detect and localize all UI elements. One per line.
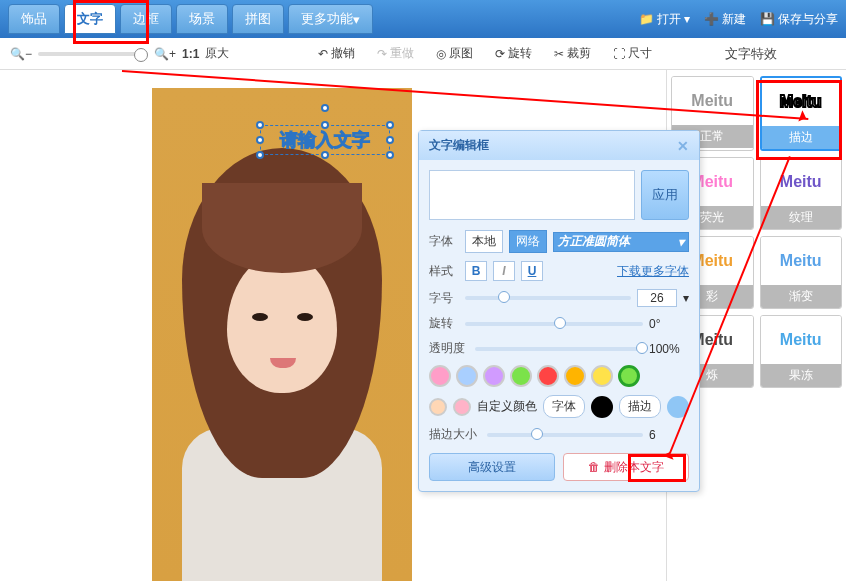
- save-share-button[interactable]: 💾保存与分享: [760, 11, 838, 28]
- effect-card-纹理[interactable]: Meitu纹理: [760, 157, 843, 230]
- photo: [152, 88, 412, 581]
- tab-more[interactable]: 更多功能 ▾: [288, 4, 373, 34]
- font-color-dot[interactable]: [591, 396, 613, 418]
- stroke-slider[interactable]: [487, 433, 643, 437]
- open-button[interactable]: 📁打开 ▾: [639, 11, 690, 28]
- advanced-button[interactable]: 高级设置: [429, 453, 555, 481]
- font-select[interactable]: 方正准圆简体▾: [553, 232, 689, 252]
- delete-text-button[interactable]: 🗑 删除本文字: [563, 453, 689, 481]
- swatch-5[interactable]: [564, 365, 586, 387]
- tab-border[interactable]: 边框: [120, 4, 172, 34]
- text-edit-popup: 文字编辑框 ✕ 应用 字体 本地 网络 方正准圆简体▾ 样式 B I U 下载更…: [418, 130, 700, 492]
- effect-label: 果冻: [761, 364, 842, 387]
- custom-color-label: 自定义颜色: [477, 398, 537, 415]
- handle-mr[interactable]: [386, 136, 394, 144]
- effect-preview: Meitu: [761, 316, 842, 364]
- handle-br[interactable]: [386, 151, 394, 159]
- tab-ornament[interactable]: 饰品: [8, 4, 60, 34]
- handle-ml[interactable]: [256, 136, 264, 144]
- tab-text[interactable]: 文字: [64, 4, 116, 34]
- zoom-out-icon[interactable]: 🔍−: [10, 47, 32, 61]
- popup-title: 文字编辑框: [429, 137, 489, 154]
- save-icon: 💾: [760, 12, 775, 26]
- bold-button[interactable]: B: [465, 261, 487, 281]
- opacity-val: 100%: [649, 342, 689, 356]
- effect-card-果冻[interactable]: Meitu果冻: [760, 315, 843, 388]
- swatch-2[interactable]: [483, 365, 505, 387]
- rotate-label: 旋转: [429, 315, 459, 332]
- chip-stroke-color[interactable]: 描边: [619, 395, 661, 418]
- swatch-6[interactable]: [591, 365, 613, 387]
- chevron-down-icon: ▾: [678, 235, 684, 249]
- tool-row: 🔍− 🔍+ 1:1 原大 ↶ 撤销 ↷ 重做 ◎ 原图 ⟳ 旋转 ✂ 裁剪 ⛶ …: [0, 38, 846, 70]
- size-label: 字号: [429, 290, 459, 307]
- size-button[interactable]: ⛶ 尺寸: [605, 45, 660, 62]
- swatch-0[interactable]: [429, 365, 451, 387]
- effect-label: 纹理: [761, 206, 842, 229]
- handle-tr[interactable]: [386, 121, 394, 129]
- font-source-local[interactable]: 本地: [465, 230, 503, 253]
- rotate-button[interactable]: ⟳ 旋转: [487, 45, 540, 62]
- swatch-1[interactable]: [456, 365, 478, 387]
- effect-card-渐变[interactable]: Meitu渐变: [760, 236, 843, 309]
- plus-icon: ➕: [704, 12, 719, 26]
- side-panel-title: 文字特效: [666, 45, 836, 63]
- size-slider[interactable]: [465, 296, 631, 300]
- effect-preview: Meitu: [762, 78, 841, 126]
- text-object[interactable]: 请输入文字: [260, 125, 390, 155]
- underline-button[interactable]: U: [521, 261, 543, 281]
- opacity-slider[interactable]: [475, 347, 643, 351]
- effect-preview: Meitu: [761, 158, 842, 206]
- more-fonts-link[interactable]: 下载更多字体: [617, 263, 689, 280]
- folder-icon: 📁: [639, 12, 654, 26]
- popup-title-bar[interactable]: 文字编辑框 ✕: [419, 131, 699, 160]
- text-input[interactable]: [429, 170, 635, 220]
- handle-tm[interactable]: [321, 121, 329, 129]
- zoom-ratio[interactable]: 1:1: [182, 47, 199, 61]
- swatch-7[interactable]: [618, 365, 640, 387]
- handle-tl[interactable]: [256, 121, 264, 129]
- rotate-slider[interactable]: [465, 322, 643, 326]
- text-object-label: 请输入文字: [280, 128, 370, 152]
- font-source-net[interactable]: 网络: [509, 230, 547, 253]
- swatch-3[interactable]: [510, 365, 532, 387]
- opacity-label: 透明度: [429, 340, 469, 357]
- undo-button[interactable]: ↶ 撤销: [310, 45, 363, 62]
- chip-font-color[interactable]: 字体: [543, 395, 585, 418]
- size-stepper[interactable]: 26: [637, 289, 677, 307]
- redo-button[interactable]: ↷ 重做: [369, 45, 422, 62]
- small-swatch-1[interactable]: [429, 398, 447, 416]
- apply-button[interactable]: 应用: [641, 170, 689, 220]
- rotate-val: 0°: [649, 317, 689, 331]
- orig-image-button[interactable]: ◎ 原图: [428, 45, 481, 62]
- italic-button[interactable]: I: [493, 261, 515, 281]
- effect-label: 渐变: [761, 285, 842, 308]
- tab-scene[interactable]: 场景: [176, 4, 228, 34]
- zoom-slider[interactable]: [38, 52, 148, 56]
- close-icon[interactable]: ✕: [677, 138, 689, 154]
- tab-collage[interactable]: 拼图: [232, 4, 284, 34]
- effect-preview: Meitu: [761, 237, 842, 285]
- effect-card-描边[interactable]: Meitu描边: [760, 76, 843, 151]
- zoom-in-icon[interactable]: 🔍+: [154, 47, 176, 61]
- stroke-val: 6: [649, 428, 689, 442]
- color-swatches: [429, 365, 689, 387]
- zoom-orig[interactable]: 原大: [205, 45, 229, 62]
- stroke-color-dot[interactable]: [667, 396, 689, 418]
- new-button[interactable]: ➕新建: [704, 11, 746, 28]
- small-swatch-2[interactable]: [453, 398, 471, 416]
- effect-preview: Meitu: [672, 77, 753, 125]
- stroke-size-label: 描边大小: [429, 426, 481, 443]
- trash-icon: 🗑: [588, 460, 600, 474]
- handle-bl[interactable]: [256, 151, 264, 159]
- swatch-4[interactable]: [537, 365, 559, 387]
- effect-label: 描边: [762, 126, 841, 149]
- handle-rotate[interactable]: [321, 104, 329, 112]
- top-tabbar: 饰品 文字 边框 场景 拼图 更多功能 ▾ 📁打开 ▾ ➕新建 💾保存与分享: [0, 0, 846, 38]
- font-label: 字体: [429, 233, 459, 250]
- crop-button[interactable]: ✂ 裁剪: [546, 45, 599, 62]
- style-label: 样式: [429, 263, 459, 280]
- top-right-actions: 📁打开 ▾ ➕新建 💾保存与分享: [639, 11, 838, 28]
- handle-bm[interactable]: [321, 151, 329, 159]
